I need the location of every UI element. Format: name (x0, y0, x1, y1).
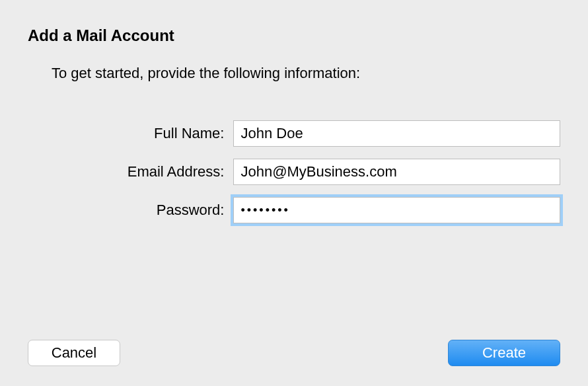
create-button[interactable]: Create (448, 340, 560, 366)
email-row: Email Address: (28, 159, 560, 185)
full-name-label: Full Name: (28, 125, 233, 142)
add-mail-account-dialog: Add a Mail Account To get started, provi… (0, 0, 588, 223)
full-name-input[interactable] (233, 120, 560, 147)
cancel-button[interactable]: Cancel (28, 340, 120, 366)
dialog-subtitle: To get started, provide the following in… (52, 65, 560, 82)
email-input[interactable] (233, 159, 560, 185)
password-input[interactable]: •••••••• (233, 197, 560, 223)
full-name-row: Full Name: (28, 120, 560, 147)
email-label: Email Address: (28, 163, 233, 180)
dialog-title: Add a Mail Account (28, 26, 560, 45)
password-label: Password: (28, 202, 233, 219)
button-bar: Cancel Create (28, 340, 560, 366)
password-row: Password: •••••••• (28, 197, 560, 223)
